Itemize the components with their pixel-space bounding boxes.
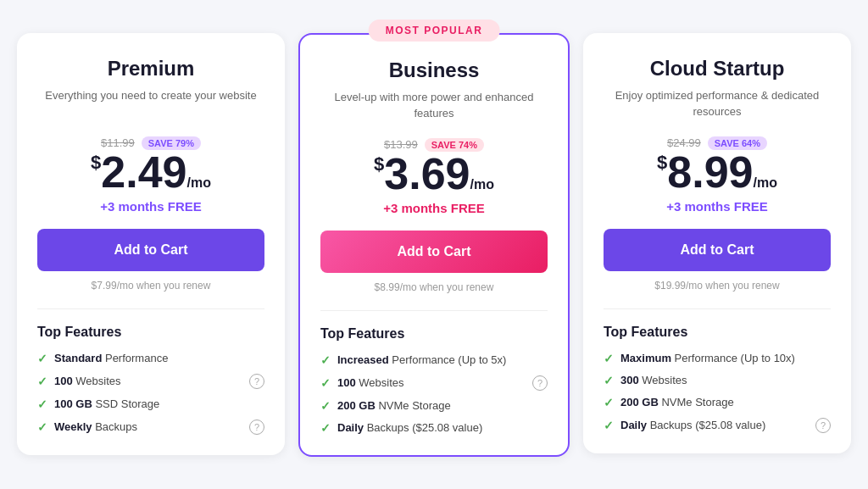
feature-text: Standard Performance [54, 352, 168, 364]
feature-left: ✓ Standard Performance [37, 352, 168, 365]
price-amount: 2.49 [101, 147, 186, 197]
feature-list: ✓ Increased Performance (Up to 5x) ✓ 100… [320, 353, 548, 435]
feature-item: ✓ Maximum Performance (Up to 10x) [604, 352, 831, 365]
feature-left: ✓ Daily Backups ($25.08 value) [604, 419, 765, 432]
check-icon: ✓ [320, 376, 331, 390]
feature-text: Daily Backups ($25.08 value) [620, 419, 765, 431]
feature-item: ✓ Increased Performance (Up to 5x) [320, 353, 548, 367]
price-dollar: $ [657, 152, 667, 173]
feature-text: Weekly Backups [54, 420, 137, 433]
feature-item: ✓ 200 GB NVMe Storage [604, 396, 831, 409]
plan-card-business: MOST POPULARBusinessLevel-up with more p… [298, 33, 570, 457]
plan-card-cloud-startup: Cloud StartupEnjoy optimized performance… [583, 33, 851, 453]
price-dollar: $ [374, 153, 384, 175]
feature-left: ✓ 200 GB NVMe Storage [604, 396, 734, 409]
free-months: +3 months FREE [37, 199, 264, 214]
feature-item: ✓ 100 Websites ? [320, 375, 548, 391]
top-features-title: Top Features [37, 325, 264, 340]
plan-desc: Enjoy optimized performance & dedicated … [604, 87, 831, 121]
price-per-mo: /mo [470, 177, 494, 192]
top-features-title: Top Features [320, 326, 548, 342]
price-per-mo: /mo [754, 175, 777, 190]
free-months: +3 months FREE [320, 201, 548, 215]
price-per-mo: /mo [187, 175, 211, 190]
feature-left: ✓ 100 GB SSD Storage [37, 397, 159, 411]
feature-text: 200 GB NVMe Storage [620, 396, 734, 408]
divider [37, 308, 264, 309]
plan-name: Premium [37, 57, 264, 81]
check-icon: ✓ [37, 352, 47, 365]
add-to-cart-button[interactable]: Add to Cart [320, 231, 548, 273]
top-features-title: Top Features [604, 325, 831, 340]
feature-left: ✓ 100 Websites [37, 375, 121, 388]
check-icon: ✓ [604, 419, 614, 432]
check-icon: ✓ [604, 352, 614, 365]
info-icon[interactable]: ? [532, 375, 548, 391]
feature-item: ✓ Daily Backups ($25.08 value) [320, 421, 548, 435]
pricing-container: PremiumEverything you need to create you… [17, 33, 851, 457]
info-icon[interactable]: ? [815, 418, 831, 433]
divider [604, 308, 831, 309]
info-icon[interactable]: ? [249, 420, 264, 435]
plan-name: Business [320, 58, 548, 82]
feature-list: ✓ Standard Performance ✓ 100 Websites ? … [37, 352, 264, 435]
feature-item: ✓ Daily Backups ($25.08 value) ? [604, 418, 831, 433]
price-amount: 8.99 [667, 147, 753, 197]
check-icon: ✓ [320, 399, 331, 413]
feature-text: Increased Performance (Up to 5x) [337, 353, 506, 366]
feature-text: 100 Websites [337, 376, 404, 389]
check-icon: ✓ [604, 396, 614, 409]
feature-text: Daily Backups ($25.08 value) [337, 421, 482, 434]
plan-desc: Level-up with more power and enhanced fe… [320, 89, 548, 123]
feature-text: 100 Websites [54, 375, 121, 387]
price-amount: 3.69 [384, 149, 470, 198]
feature-text: 200 GB NVMe Storage [337, 399, 451, 412]
feature-item: ✓ 100 GB SSD Storage [37, 397, 264, 411]
feature-item: ✓ 200 GB NVMe Storage [320, 399, 548, 413]
main-price: $8.99/mo [604, 150, 831, 194]
feature-left: ✓ 300 Websites [604, 374, 687, 387]
feature-text: Maximum Performance (Up to 10x) [620, 352, 795, 364]
check-icon: ✓ [37, 375, 47, 388]
info-icon[interactable]: ? [249, 374, 264, 389]
renew-text: $7.99/mo when you renew [37, 280, 264, 292]
popular-badge: MOST POPULAR [369, 19, 500, 42]
check-icon: ✓ [320, 353, 331, 367]
add-to-cart-button[interactable]: Add to Cart [37, 229, 264, 271]
price-dollar: $ [91, 152, 101, 173]
main-price: $3.69/mo [320, 152, 548, 196]
check-icon: ✓ [320, 421, 331, 435]
divider [320, 310, 548, 311]
check-icon: ✓ [604, 374, 614, 387]
plan-card-premium: PremiumEverything you need to create you… [17, 33, 285, 455]
feature-left: ✓ Increased Performance (Up to 5x) [320, 353, 506, 367]
feature-list: ✓ Maximum Performance (Up to 10x) ✓ 300 … [604, 352, 831, 433]
plan-desc: Everything you need to create your websi… [37, 87, 264, 121]
feature-left: ✓ Weekly Backups [37, 420, 137, 434]
feature-left: ✓ Daily Backups ($25.08 value) [320, 421, 482, 435]
feature-left: ✓ 100 Websites [320, 376, 404, 390]
feature-item: ✓ Weekly Backups ? [37, 420, 264, 435]
feature-left: ✓ 200 GB NVMe Storage [320, 399, 451, 413]
plan-name: Cloud Startup [604, 57, 831, 81]
free-months: +3 months FREE [604, 199, 831, 214]
feature-item: ✓ 100 Websites ? [37, 374, 264, 389]
main-price: $2.49/mo [37, 150, 264, 194]
feature-left: ✓ Maximum Performance (Up to 10x) [604, 352, 795, 365]
check-icon: ✓ [37, 397, 47, 411]
add-to-cart-button[interactable]: Add to Cart [604, 229, 831, 271]
feature-item: ✓ Standard Performance [37, 352, 264, 365]
renew-text: $8.99/mo when you renew [320, 281, 548, 293]
feature-text: 100 GB SSD Storage [54, 397, 159, 410]
check-icon: ✓ [37, 420, 47, 434]
feature-text: 300 Websites [620, 374, 687, 386]
renew-text: $19.99/mo when you renew [604, 280, 831, 292]
feature-item: ✓ 300 Websites [604, 374, 831, 387]
